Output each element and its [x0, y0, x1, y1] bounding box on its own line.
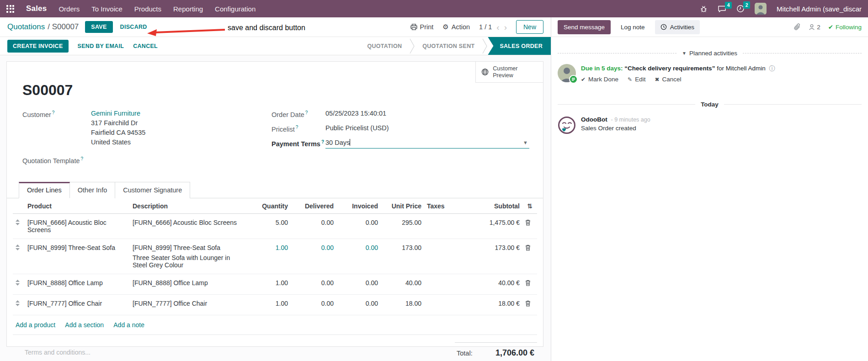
menu-to-invoice[interactable]: To Invoice: [91, 5, 122, 13]
control-panel: Quotations / S00007 SAVE DISCARD save an…: [0, 17, 551, 37]
check-icon: ✔: [828, 23, 833, 31]
send-by-email-button[interactable]: SEND BY EMAIL: [78, 43, 124, 49]
delete-row-icon[interactable]: [522, 214, 537, 231]
message-body: Sales Order created: [581, 125, 650, 132]
following-button[interactable]: ✔ Following: [828, 23, 862, 31]
send-message-button[interactable]: Send message: [558, 20, 611, 34]
pager-next-icon[interactable]: ›: [504, 23, 507, 32]
pencil-icon: ✎: [628, 76, 632, 83]
add-a-note-link[interactable]: Add a note: [113, 321, 144, 329]
step-quotation[interactable]: QUOTATION: [360, 37, 409, 55]
debug-bug-icon[interactable]: [700, 5, 708, 13]
followers-icon: [809, 24, 815, 30]
tab-order-lines[interactable]: Order Lines: [19, 182, 70, 198]
order-title: S00007: [22, 82, 543, 99]
user-avatar[interactable]: [755, 3, 767, 15]
delete-row-icon[interactable]: [522, 239, 537, 256]
statusbar-steps: QUOTATION QUOTATION SENT SALES ORDER: [360, 37, 551, 55]
terms-placeholder[interactable]: Terms and conditions...: [25, 349, 91, 358]
menu-configuration[interactable]: Configuration: [215, 5, 256, 13]
drag-handle-icon[interactable]: [13, 239, 25, 255]
activities-button[interactable]: Activities: [655, 20, 700, 34]
chatter-header: Send message Log note Activities 2 ✔ Fol…: [551, 17, 868, 37]
add-a-product-link[interactable]: Add a product: [16, 321, 55, 329]
optional-columns-icon[interactable]: ⇅: [522, 198, 537, 213]
discard-button[interactable]: DISCARD: [120, 24, 147, 30]
table-row[interactable]: [FURN_6666] Acoustic Bloc Screens [FURN_…: [13, 214, 537, 239]
customer-address: 317 Fairchild Dr Fairfield CA 94535 Unit…: [91, 119, 272, 146]
paperclip-icon[interactable]: [794, 23, 801, 31]
text-cursor: [350, 139, 350, 146]
breadcrumb-quotations[interactable]: Quotations: [7, 22, 45, 32]
annotation-label: save and discard button: [228, 24, 305, 32]
customer-preview-button[interactable]: Customer Preview: [475, 62, 543, 83]
today-divider: Today: [558, 101, 862, 108]
messages-badge: 4: [725, 2, 732, 9]
table-row[interactable]: [FURN_8999] Three-Seat Sofa [FURN_8999] …: [13, 239, 537, 274]
activity-due: Due in 5 days:: [581, 65, 623, 72]
delete-row-icon[interactable]: [522, 295, 537, 312]
log-note-button[interactable]: Log note: [617, 20, 649, 34]
action-button[interactable]: ⚙ Action: [442, 23, 470, 31]
apps-grid-icon[interactable]: [6, 5, 14, 13]
step-separator-icon: [482, 37, 488, 55]
total-value: 1,706.00 €: [495, 348, 534, 358]
table-row[interactable]: [FURN_8888] Office Lamp [FURN_8888] Offi…: [13, 274, 537, 295]
add-a-section-link[interactable]: Add a section: [65, 321, 104, 329]
pager-previous-icon[interactable]: ‹: [496, 23, 499, 32]
tab-other-info[interactable]: Other Info: [70, 182, 115, 198]
payment-terms-label: Payment Terms?: [272, 139, 325, 149]
step-quotation-sent[interactable]: QUOTATION SENT: [415, 37, 482, 55]
total-box: Total: 1,706.00 €: [455, 342, 537, 358]
cancel-button[interactable]: CANCEL: [133, 43, 158, 49]
user-name[interactable]: Mitchell Admin (save_discar: [777, 5, 862, 13]
create-invoice-button[interactable]: CREATE INVOICE: [7, 40, 69, 53]
save-button[interactable]: SAVE: [85, 21, 112, 33]
new-button[interactable]: New: [516, 20, 543, 34]
step-sales-order[interactable]: SALES ORDER: [488, 37, 551, 55]
cancel-activity-button[interactable]: ✖Cancel: [655, 76, 681, 83]
planned-activities-divider: ▼ Planned activities: [558, 50, 862, 57]
chatter-panel: Send message Log note Activities 2 ✔ Fol…: [551, 17, 868, 361]
pager-value: 1 / 1: [479, 23, 492, 31]
info-icon[interactable]: ⓘ: [769, 65, 775, 72]
delete-row-icon[interactable]: [522, 274, 537, 291]
messages-icon[interactable]: 4: [718, 5, 726, 13]
table-row[interactable]: [FURN_7777] Office Chair [FURN_7777] Off…: [13, 295, 537, 315]
statusbar: CREATE INVOICE SEND BY EMAIL CANCEL QUOT…: [0, 37, 551, 55]
tab-customer-signature[interactable]: Customer Signature: [115, 182, 190, 198]
activities-clock-icon[interactable]: 2: [736, 5, 745, 13]
drag-handle-icon[interactable]: [13, 295, 25, 311]
customer-link[interactable]: Gemini Furniture: [91, 110, 272, 117]
quotation-template-label: Quotation Template?: [22, 156, 83, 165]
total-label: Total:: [457, 350, 473, 357]
app-name[interactable]: Sales: [26, 4, 47, 13]
drag-handle-icon[interactable]: [13, 214, 25, 230]
customer-label: Customer?: [22, 110, 91, 146]
breadcrumb-current: / S00007: [48, 22, 79, 32]
gear-icon: ⚙: [442, 23, 448, 31]
menu-products[interactable]: Products: [134, 5, 161, 13]
check-icon: ✔: [581, 76, 586, 83]
order-date-value[interactable]: 05/25/2023 15:40:01: [325, 110, 529, 118]
message-author[interactable]: OdooBot: [581, 116, 607, 123]
activity-type-badge-icon: [569, 75, 578, 84]
drag-handle-icon[interactable]: [13, 274, 25, 291]
print-button[interactable]: Print: [410, 23, 434, 31]
menu-reporting[interactable]: Reporting: [173, 5, 203, 13]
pricelist-value[interactable]: Public Pricelist (USD): [325, 124, 529, 133]
caret-down-icon: ▼: [682, 51, 687, 56]
menu-orders[interactable]: Orders: [59, 5, 80, 13]
message-timestamp: - 9 minutes ago: [611, 117, 650, 123]
dropdown-caret-icon[interactable]: ▼: [523, 140, 528, 145]
quotation-template-field[interactable]: [83, 156, 272, 165]
table-header-row: Product Description Quantity Delivered I…: [13, 198, 537, 214]
planned-activity-item: Due in 5 days: “Check delivery requireme…: [551, 57, 868, 83]
x-icon: ✖: [655, 76, 659, 83]
mark-done-button[interactable]: ✔Mark Done: [581, 76, 618, 83]
edit-activity-button[interactable]: ✎Edit: [628, 76, 645, 83]
planned-activities-toggle[interactable]: ▼ Planned activities: [682, 50, 737, 57]
payment-terms-input[interactable]: 30 Days ▼: [325, 139, 529, 149]
chatter-message: OdooBot - 9 minutes ago Sales Order crea…: [551, 108, 868, 134]
followers-button[interactable]: 2: [809, 24, 820, 31]
